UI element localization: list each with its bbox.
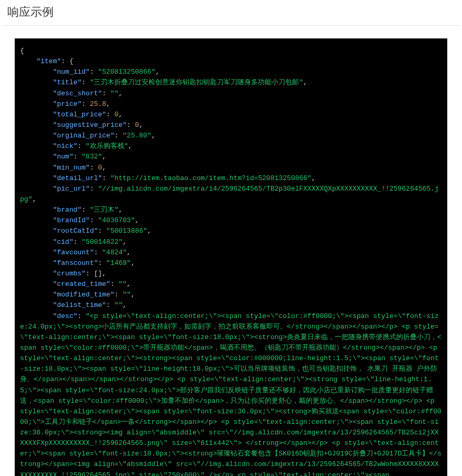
section-heading: 响应示例 [2,0,460,26]
code-block: { "item": { "num_iid": "520813250866", "… [15,38,447,476]
brace-open: { [20,47,24,55]
json-val-desc: "<p style=\"text-align:center;\"><span s… [20,312,441,476]
json-key-item: "item" [36,57,61,65]
json-key-desc: "desc" [53,312,77,320]
